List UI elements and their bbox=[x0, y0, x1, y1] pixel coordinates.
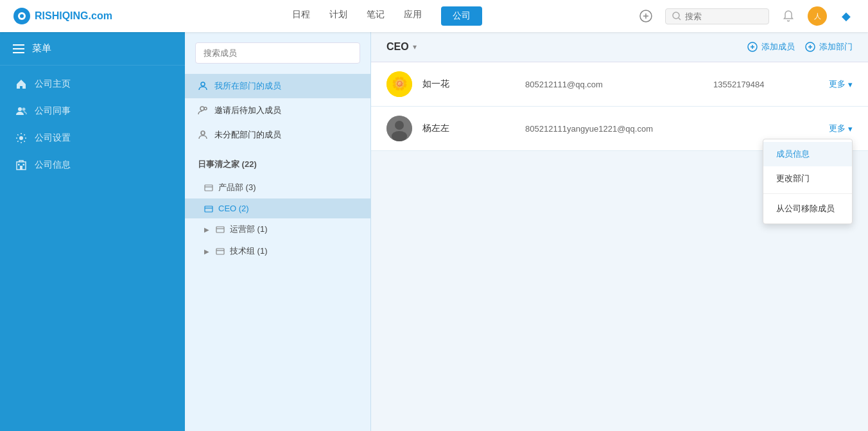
nav-item-my-dept[interactable]: 我所在部门的成员 bbox=[185, 74, 370, 98]
svg-point-6 bbox=[673, 12, 679, 19]
diamond-button[interactable]: ◆ bbox=[837, 7, 855, 25]
my-dept-icon bbox=[198, 81, 208, 91]
nav-item-invited[interactable]: 邀请后待加入成员 bbox=[185, 98, 370, 123]
add-button[interactable] bbox=[637, 7, 655, 25]
member-more-1[interactable]: 更多 ▾ bbox=[829, 78, 853, 90]
nav-label-unassigned: 未分配部门的成员 bbox=[214, 129, 281, 141]
svg-point-19 bbox=[204, 107, 207, 110]
add-dept-label: 添加部门 bbox=[819, 41, 853, 53]
sidebar-label-settings: 公司设置 bbox=[35, 132, 71, 144]
topnav: RISHIQING.com 日程 计划 笔记 应用 公司 bbox=[0, 0, 868, 32]
sidebar-item-settings[interactable]: 公司设置 bbox=[0, 125, 185, 152]
nav-links: 日程 计划 笔记 应用 公司 bbox=[138, 6, 637, 26]
search-icon bbox=[672, 12, 681, 21]
content-area: 我所在部门的成员 邀请后待加入成员 未分配部门的成员 日事清之 bbox=[185, 32, 868, 431]
arrow-operations: ▶ bbox=[204, 226, 209, 233]
right-header-actions: 添加成员 添加部门 bbox=[747, 41, 853, 53]
sidebar-item-home[interactable]: 公司主页 bbox=[0, 71, 185, 98]
dept-item-ceo[interactable]: CEO (2) bbox=[185, 198, 370, 218]
dept-item-tech[interactable]: ▶ 技术组 (1) bbox=[185, 240, 370, 262]
svg-point-12 bbox=[19, 136, 23, 140]
search-box[interactable] bbox=[665, 8, 769, 24]
member-avatar-2 bbox=[386, 116, 412, 141]
add-member-button[interactable]: 添加成员 bbox=[747, 41, 795, 53]
sidebar-title: 菜单 bbox=[32, 42, 51, 55]
bell-button[interactable] bbox=[779, 7, 797, 25]
svg-point-11 bbox=[22, 108, 26, 111]
nav-company[interactable]: 公司 bbox=[441, 6, 482, 26]
right-content: CEO ▾ 添加成员 bbox=[371, 32, 868, 431]
add-dept-icon bbox=[805, 42, 815, 52]
logo-text: RISHIQING.com bbox=[35, 10, 112, 22]
member-panel: 我所在部门的成员 邀请后待加入成员 未分配部门的成员 日事清之 bbox=[185, 32, 371, 431]
avatar-img-2 bbox=[386, 116, 412, 141]
nav-item-unassigned[interactable]: 未分配部门的成员 bbox=[185, 123, 370, 147]
dept-label-tech: 技术组 (1) bbox=[230, 245, 268, 257]
nav-plan[interactable]: 计划 bbox=[329, 6, 347, 26]
svg-text:🌼: 🌼 bbox=[392, 76, 408, 91]
dept-item-product[interactable]: 产品部 (3) bbox=[185, 177, 370, 198]
plus-circle-icon bbox=[639, 10, 652, 22]
svg-rect-26 bbox=[216, 227, 224, 233]
svg-rect-14 bbox=[20, 166, 22, 170]
nav-apps[interactable]: 应用 bbox=[404, 6, 422, 26]
gear-icon bbox=[15, 132, 27, 144]
member-email-2: 805212111yangyue1221@qq.com bbox=[525, 124, 713, 134]
add-dept-button[interactable]: 添加部门 bbox=[805, 41, 853, 53]
svg-text:人: 人 bbox=[814, 12, 821, 20]
current-dept-title: CEO bbox=[386, 41, 409, 53]
svg-rect-15 bbox=[18, 164, 20, 166]
nav-schedule[interactable]: 日程 bbox=[292, 6, 310, 26]
nav-label-invited: 邀请后待加入成员 bbox=[214, 105, 281, 116]
dept-chevron-icon[interactable]: ▾ bbox=[413, 42, 417, 51]
dept-item-operations[interactable]: ▶ 运营部 (1) bbox=[185, 218, 370, 240]
dropdown-item-remove[interactable]: 从公司移除成员 bbox=[763, 197, 852, 221]
table-row: 杨左左 805212111yangyue1221@qq.com 更多 ▾ 成员信… bbox=[371, 107, 868, 151]
member-table: 🌼 如一花 805212111@qq.com 13552179484 更多 ▾ bbox=[371, 62, 868, 431]
dept-icon-ceo bbox=[204, 204, 213, 213]
more-label-2: 更多 bbox=[829, 123, 846, 134]
search-member-container bbox=[195, 42, 360, 64]
main-layout: 菜单 公司主页 公司同事 bbox=[0, 32, 868, 431]
svg-rect-22 bbox=[205, 185, 213, 191]
hamburger-button[interactable] bbox=[13, 44, 24, 53]
nav-notes[interactable]: 笔记 bbox=[367, 6, 385, 26]
search-member-input[interactable] bbox=[195, 42, 360, 64]
people-icon bbox=[15, 105, 27, 117]
building-icon bbox=[15, 159, 27, 171]
svg-point-17 bbox=[201, 82, 205, 86]
logo-icon bbox=[13, 7, 31, 25]
bell-icon bbox=[782, 10, 795, 22]
dept-label-product: 产品部 (3) bbox=[218, 182, 256, 193]
sidebar-item-info[interactable]: 公司信息 bbox=[0, 152, 185, 179]
sidebar: 菜单 公司主页 公司同事 bbox=[0, 32, 185, 431]
member-email-1: 805212111@qq.com bbox=[525, 80, 713, 89]
dropdown-item-member-info[interactable]: 成员信息 bbox=[763, 142, 852, 166]
dropdown-menu: 成员信息 更改部门 从公司移除成员 bbox=[763, 139, 853, 224]
dept-section-title: 日事清之家 (22) bbox=[185, 152, 370, 177]
user-avatar[interactable]: 人 bbox=[808, 6, 827, 26]
search-input[interactable] bbox=[685, 12, 762, 21]
avatar-icon: 人 bbox=[811, 10, 824, 22]
svg-point-18 bbox=[200, 107, 204, 110]
sidebar-label-home: 公司主页 bbox=[35, 78, 71, 90]
table-row: 🌼 如一花 805212111@qq.com 13552179484 更多 ▾ bbox=[371, 62, 868, 107]
member-phone-1: 13552179484 bbox=[713, 80, 829, 89]
sidebar-item-colleagues[interactable]: 公司同事 bbox=[0, 98, 185, 125]
svg-rect-28 bbox=[216, 249, 224, 254]
svg-point-40 bbox=[392, 131, 407, 141]
member-name-1: 如一花 bbox=[422, 78, 525, 90]
nav-label-my-dept: 我所在部门的成员 bbox=[214, 80, 281, 92]
dropdown-divider bbox=[763, 193, 852, 194]
nav-right: 人 ◆ bbox=[637, 6, 855, 26]
logo[interactable]: RISHIQING.com bbox=[13, 7, 112, 25]
svg-rect-16 bbox=[23, 164, 25, 166]
more-chevron-1: ▾ bbox=[848, 80, 853, 89]
svg-point-2 bbox=[20, 14, 24, 18]
add-member-icon bbox=[747, 42, 758, 52]
right-header: CEO ▾ 添加成员 bbox=[371, 32, 868, 62]
unassigned-icon bbox=[198, 130, 208, 140]
member-more-2[interactable]: 更多 ▾ bbox=[829, 123, 853, 134]
home-icon bbox=[15, 78, 27, 90]
dropdown-item-change-dept[interactable]: 更改部门 bbox=[763, 166, 852, 191]
